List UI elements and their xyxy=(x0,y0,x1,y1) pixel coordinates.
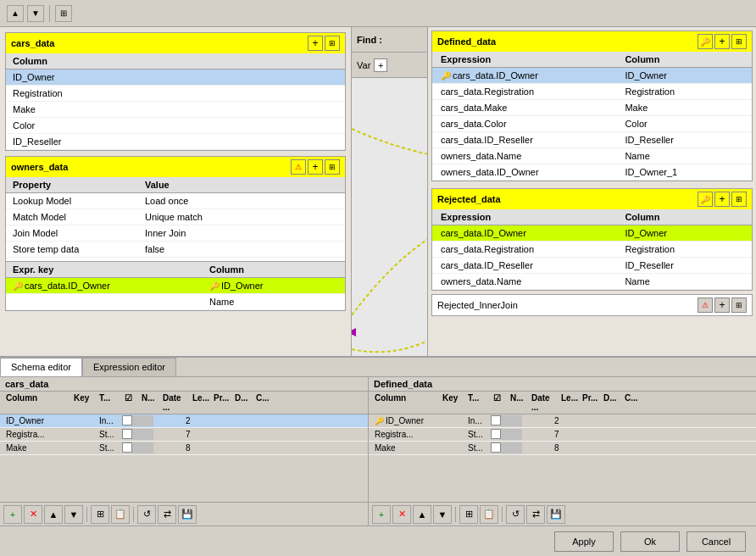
right-panel[interactable]: Defined_data 🔑 + ⊞ Expression Column xyxy=(428,27,756,356)
rejected-col-expr: Expression xyxy=(437,211,621,223)
sl-save-btn[interactable]: 💾 xyxy=(178,505,197,524)
ok-button[interactable]: Ok xyxy=(620,531,680,552)
cars-row-id-reseller[interactable]: ID_Reseller xyxy=(6,134,345,150)
rejected-row-2[interactable]: cars_data.Registration Registration xyxy=(432,242,752,258)
sr-h-date: Date ... xyxy=(529,392,559,413)
sr-paste-btn[interactable]: 📋 xyxy=(480,505,498,524)
tab-expression-editor[interactable]: Expression editor xyxy=(82,358,176,376)
owners-row-lookup[interactable]: Lookup Model Load once xyxy=(6,193,345,209)
key-icon-1: 🔑 xyxy=(13,281,23,291)
sr-sync-btn[interactable]: ⇄ xyxy=(526,505,545,524)
defined-row-1[interactable]: 🔑 cars_data.ID_Owner ID_Owner xyxy=(432,68,752,84)
sl-down-btn[interactable]: ▼ xyxy=(64,505,83,524)
owners-error-btn[interactable]: ⚠ xyxy=(291,159,306,175)
rejected-row-3[interactable]: cars_data.ID_Reseller ID_Reseller xyxy=(432,258,752,274)
cars-window-btn[interactable]: ⊞ xyxy=(325,36,340,51)
sr-h-com: C... xyxy=(622,392,643,413)
defined-data-section: Defined_data 🔑 + ⊞ Expression Column xyxy=(431,31,753,181)
sr-up-btn[interactable]: ▲ xyxy=(413,505,431,524)
defined-row-3[interactable]: cars_data.Make Make xyxy=(432,100,752,116)
sr-down-btn[interactable]: ▼ xyxy=(433,505,452,524)
rejected-row-1[interactable]: cars_data.ID_Owner ID_Owner xyxy=(432,225,752,242)
schema-left-row-2[interactable]: Registra... St... 7 xyxy=(0,428,368,442)
apply-button[interactable]: Apply xyxy=(554,531,614,552)
rejected-row-4[interactable]: owners_data.Name Name xyxy=(432,274,752,290)
owners-col-header: Property Value xyxy=(6,177,345,193)
owners-row-store[interactable]: Store temp data false xyxy=(6,242,345,258)
rij-window-btn[interactable]: ⊞ xyxy=(731,297,747,313)
rij-error-btn[interactable]: ⚠ xyxy=(698,297,713,313)
cars-col-column: Column xyxy=(11,55,340,67)
sl-paste-btn[interactable]: 📋 xyxy=(111,505,130,524)
sl-h-type: T... xyxy=(97,392,122,413)
sl-add-btn[interactable]: + xyxy=(3,505,22,524)
sr-del-btn[interactable]: ✕ xyxy=(392,505,411,524)
owners-key-row-1[interactable]: 🔑 cars_data.ID_Owner 🔑 ID_Owner xyxy=(6,278,345,294)
var-add-btn[interactable]: + xyxy=(374,58,387,72)
owners-window-btn[interactable]: ⊞ xyxy=(325,159,340,175)
action-bar: Apply Ok Cancel xyxy=(0,525,756,556)
rejected-window-btn[interactable]: ⊞ xyxy=(731,192,747,207)
rejected-add-btn[interactable]: + xyxy=(714,192,730,207)
schema-content: cars_data Column Key T... ☑ N... Date ..… xyxy=(0,377,756,525)
defined-add-btn[interactable]: + xyxy=(714,34,730,49)
sl-sync-btn[interactable]: ⇄ xyxy=(158,505,176,524)
cars-row-registration[interactable]: Registration xyxy=(6,86,345,102)
owners-add-btn[interactable]: + xyxy=(308,159,323,175)
defined-row-7[interactable]: owners_data.ID_Owner ID_Owner_1 xyxy=(432,164,752,181)
left-scroll-area[interactable]: cars_data + ⊞ Column ID_Owner Registrati… xyxy=(0,27,351,356)
cars-data-title: cars_data xyxy=(11,38,54,48)
defined-row-5[interactable]: cars_data.ID_Reseller ID_Reseller xyxy=(432,132,752,148)
owners-data-header: owners_data ⚠ + ⊞ xyxy=(6,157,345,177)
owners-data-panel: owners_data ⚠ + ⊞ Property Value Lookup … xyxy=(5,156,346,311)
cars-add-btn[interactable]: + xyxy=(308,36,323,51)
connector-area xyxy=(352,78,427,356)
defined-window-btn[interactable]: ⊞ xyxy=(731,34,747,49)
defined-key-btn[interactable]: 🔑 xyxy=(698,34,713,49)
down-button[interactable]: ▼ xyxy=(27,5,44,22)
cancel-button[interactable]: Cancel xyxy=(687,531,746,552)
rejected-key-btn[interactable]: 🔑 xyxy=(698,192,713,207)
find-label: Find : xyxy=(357,35,382,45)
up-button[interactable]: ▲ xyxy=(7,5,24,22)
sr-refresh-btn[interactable]: ↺ xyxy=(506,505,525,524)
bottom-section: Schema editor Expression editor cars_dat… xyxy=(0,356,756,525)
sl-h-date: Date ... xyxy=(160,392,190,413)
defined-row-4[interactable]: cars_data.Color Color xyxy=(432,116,752,132)
cars-row-make[interactable]: Make xyxy=(6,102,345,118)
sr-sep-2 xyxy=(502,507,503,522)
schema-right-row-2[interactable]: Registra... St... 7 xyxy=(369,428,756,442)
sl-refresh-btn[interactable]: ↺ xyxy=(137,505,156,524)
cars-data-actions: + ⊞ xyxy=(308,36,340,51)
owners-name-row[interactable]: Name xyxy=(6,294,345,310)
top-toolbar: ▲ ▼ ⊞ xyxy=(0,0,756,27)
owners-col-value: Value xyxy=(143,179,340,191)
rejected-data-actions: 🔑 + ⊞ xyxy=(698,192,747,207)
sr-add-btn[interactable]: + xyxy=(372,505,391,524)
sr-h-dec: D... xyxy=(601,392,622,413)
toolbar-sep-1 xyxy=(49,5,50,22)
cars-row-color[interactable]: Color xyxy=(6,118,345,134)
schema-left-row-1[interactable]: ID_Owner In... 2 xyxy=(0,414,368,428)
defined-col-header: Expression Column xyxy=(432,52,752,68)
schema-right-row-3[interactable]: Make St... 8 xyxy=(369,442,756,455)
find-bar: Find : xyxy=(352,27,427,53)
sr-sep-1 xyxy=(455,507,456,522)
defined-row-2[interactable]: cars_data.Registration Registration xyxy=(432,84,752,100)
defined-row-6[interactable]: owners_data.Name Name xyxy=(432,148,752,164)
cars-row-id-owner[interactable]: ID_Owner xyxy=(6,70,345,86)
schema-left-row-3[interactable]: Make St... 8 xyxy=(0,442,368,455)
var-bar: Var + xyxy=(352,53,427,78)
sr-copy-btn[interactable]: ⊞ xyxy=(459,505,478,524)
sl-del-btn[interactable]: ✕ xyxy=(24,505,42,524)
copy-button[interactable]: ⊞ xyxy=(55,5,72,22)
owners-row-match[interactable]: Match Model Unique match xyxy=(6,209,345,225)
sr-save-btn[interactable]: 💾 xyxy=(547,505,565,524)
sl-copy-btn[interactable]: ⊞ xyxy=(91,505,109,524)
sl-up-btn[interactable]: ▲ xyxy=(44,505,63,524)
defined-col-col: Column xyxy=(621,53,747,65)
owners-row-join[interactable]: Join Model Inner Join xyxy=(6,225,345,242)
schema-right-row-1[interactable]: 🔑 ID_Owner In... 2 xyxy=(369,414,756,428)
rij-add-btn[interactable]: + xyxy=(714,297,730,313)
tab-schema-editor[interactable]: Schema editor xyxy=(0,358,82,376)
